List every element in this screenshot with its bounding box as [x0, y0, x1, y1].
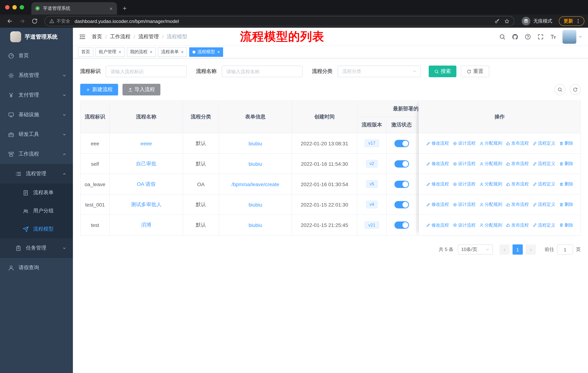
process-name-link[interactable]: 测试多审批人 — [131, 201, 161, 208]
form-info-link[interactable]: biubiu — [249, 141, 262, 146]
process-name-link[interactable]: 滔博 — [141, 222, 151, 228]
delete-process-link[interactable]: 删除 — [559, 222, 573, 228]
user-avatar[interactable] — [562, 30, 576, 43]
tab-close-icon[interactable]: × — [109, 5, 113, 11]
form-info-link[interactable]: /bpm/oa/leave/create — [231, 181, 279, 187]
form-info-link[interactable]: biubiu — [249, 161, 262, 167]
assign-rule-link[interactable]: 分配规则 — [479, 202, 502, 208]
status-toggle[interactable] — [394, 201, 409, 208]
delete-process-link[interactable]: 删除 — [559, 181, 573, 187]
sidebar-item-process-form[interactable]: 流程表单 — [0, 184, 73, 202]
sidebar-item-infra[interactable]: 基础设施 — [0, 105, 73, 125]
sidebar-item-workflow[interactable]: 工作流程 — [0, 144, 73, 164]
delete-process-link[interactable]: 删除 — [559, 161, 573, 167]
fullscreen-icon[interactable] — [537, 33, 544, 40]
browser-tab[interactable]: 芋道管理系统 × — [31, 2, 117, 15]
security-label[interactable]: 不安全 — [56, 18, 70, 24]
form-info-link[interactable]: biubiu — [249, 222, 262, 228]
tag-my-process[interactable]: 我的流程× — [127, 47, 156, 57]
modify-process-link[interactable]: 修改流程 — [426, 140, 449, 146]
sidebar-item-payment[interactable]: 支付管理 — [0, 85, 73, 105]
assign-rule-link[interactable]: 分配规则 — [479, 181, 502, 187]
next-page-button[interactable]: › — [526, 244, 536, 255]
publish-process-link[interactable]: 发布流程 — [506, 181, 529, 187]
design-process-link[interactable]: 设计流程 — [452, 181, 475, 187]
delete-process-link[interactable]: 删除 — [559, 202, 573, 208]
assign-rule-link[interactable]: 分配规则 — [479, 222, 502, 228]
status-toggle[interactable] — [394, 181, 409, 188]
publish-process-link[interactable]: 发布流程 — [506, 161, 529, 167]
back-button[interactable] — [7, 18, 13, 24]
toggle-search-button[interactable] — [555, 84, 565, 95]
search-icon[interactable] — [499, 33, 506, 40]
tag-process-model[interactable]: 流程模型× — [189, 47, 223, 57]
assign-rule-link[interactable]: 分配规则 — [479, 140, 502, 146]
publish-process-link[interactable]: 发布流程 — [506, 140, 529, 146]
modify-process-link[interactable]: 修改流程 — [426, 181, 449, 187]
sidebar-toggle-icon[interactable] — [79, 33, 86, 40]
design-process-link[interactable]: 设计流程 — [452, 140, 475, 146]
publish-process-link[interactable]: 发布流程 — [506, 222, 529, 228]
publish-process-link[interactable]: 发布流程 — [506, 202, 529, 208]
status-toggle[interactable] — [394, 222, 409, 229]
minimize-window-button[interactable] — [12, 5, 17, 10]
tag-close-icon[interactable]: × — [181, 49, 184, 55]
github-icon[interactable] — [512, 33, 518, 40]
process-definition-link[interactable]: 流程定义 — [532, 161, 555, 167]
tag-close-icon[interactable]: × — [118, 49, 121, 55]
page-number-1[interactable]: 1 — [513, 244, 523, 255]
sidebar-item-home[interactable]: 首页 — [0, 46, 73, 66]
process-name-link[interactable]: OA 请假 — [137, 181, 156, 187]
create-process-button[interactable]: 新建流程 — [80, 84, 118, 95]
tag-close-icon[interactable]: × — [217, 49, 220, 55]
category-select[interactable]: 流程分类 — [337, 66, 421, 77]
sidebar-item-system[interactable]: 系统管理 — [0, 66, 73, 85]
sidebar-item-process-model[interactable]: 流程模型 — [0, 220, 73, 238]
process-definition-link[interactable]: 流程定义 — [532, 222, 555, 228]
design-process-link[interactable]: 设计流程 — [452, 222, 475, 228]
import-process-button[interactable]: 导入流程 — [123, 84, 160, 95]
status-toggle[interactable] — [394, 160, 409, 167]
modify-process-link[interactable]: 修改流程 — [426, 222, 449, 228]
reset-button[interactable]: 重置 — [461, 66, 489, 77]
sidebar-item-process-mgmt[interactable]: 流程管理 — [0, 164, 73, 184]
delete-process-link[interactable]: 删除 — [559, 140, 573, 146]
modify-process-link[interactable]: 修改流程 — [426, 202, 449, 208]
breadcrumb-item[interactable]: 工作流程 — [110, 33, 130, 40]
close-window-button[interactable] — [5, 5, 10, 10]
breadcrumb-item[interactable]: 首页 — [92, 33, 102, 40]
font-size-icon[interactable] — [550, 33, 557, 40]
update-button[interactable]: 更新 — [559, 16, 584, 26]
modify-process-link[interactable]: 修改流程 — [426, 161, 449, 167]
process-name-input[interactable] — [222, 66, 303, 77]
tag-tenant[interactable]: 租户管理× — [95, 47, 125, 57]
tag-close-icon[interactable]: × — [150, 49, 152, 55]
prev-page-button[interactable]: ‹ — [499, 244, 510, 255]
bookmark-star-icon[interactable] — [504, 18, 510, 24]
process-name-link[interactable]: 自己审批 — [136, 161, 156, 167]
breadcrumb-item[interactable]: 流程管理 — [138, 33, 159, 40]
design-process-link[interactable]: 设计流程 — [452, 161, 475, 167]
refresh-table-button[interactable] — [570, 84, 581, 95]
url-bar[interactable]: 不安全 dashboard.yudao.iocoder.cn/bpm/manag… — [44, 16, 514, 26]
security-warning-icon[interactable] — [49, 19, 54, 24]
sidebar-item-leave-query[interactable]: 请假查询 — [0, 258, 73, 278]
process-definition-link[interactable]: 流程定义 — [532, 202, 555, 208]
process-name-link[interactable]: eeee — [141, 141, 152, 146]
search-button[interactable]: 搜索 — [429, 66, 456, 77]
process-key-input[interactable] — [106, 66, 187, 77]
sidebar-item-user-group[interactable]: 用户分组 — [0, 202, 73, 220]
assign-rule-link[interactable]: 分配规则 — [479, 161, 502, 167]
tag-home[interactable]: 首页 — [78, 47, 93, 57]
new-tab-button[interactable] — [121, 4, 129, 12]
goto-page-input[interactable] — [557, 244, 573, 255]
design-process-link[interactable]: 设计流程 — [452, 202, 475, 208]
help-icon[interactable] — [525, 33, 531, 40]
tag-process-form[interactable]: 流程表单× — [158, 47, 187, 57]
password-key-icon[interactable] — [494, 18, 500, 24]
process-definition-link[interactable]: 流程定义 — [532, 140, 555, 146]
browser-menu-icon[interactable] — [575, 18, 581, 24]
form-info-link[interactable]: biubiu — [249, 202, 262, 207]
forward-button[interactable] — [19, 18, 26, 24]
status-toggle[interactable] — [394, 140, 409, 147]
